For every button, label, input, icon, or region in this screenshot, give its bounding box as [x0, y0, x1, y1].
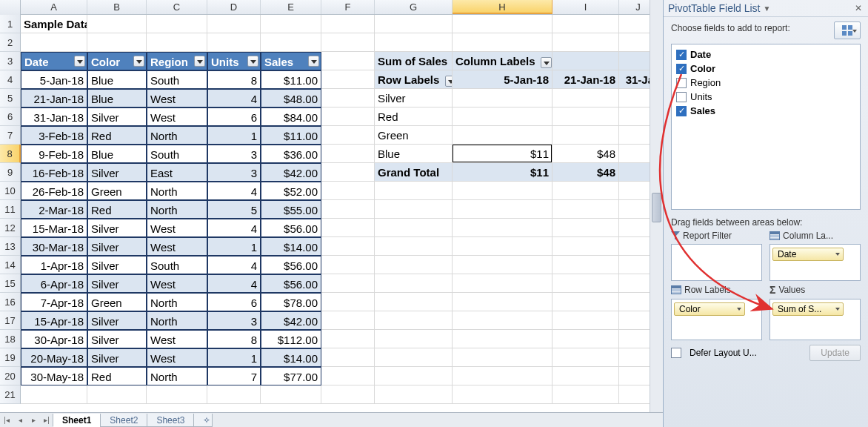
row-header-4[interactable]: 4	[0, 70, 21, 89]
active-cell[interactable]: $11	[453, 145, 552, 163]
pivot-value-cell[interactable]: $48	[552, 145, 619, 163]
data-cell[interactable]: Silver	[87, 107, 147, 126]
data-cell[interactable]: 4	[207, 219, 261, 237]
panel-close-button[interactable]: ✕	[853, 3, 864, 13]
data-cell[interactable]: $42.00	[261, 311, 321, 330]
data-cell[interactable]: $77.00	[261, 367, 321, 385]
field-item-units[interactable]: Units	[676, 90, 855, 104]
checkbox[interactable]: ✓	[676, 64, 687, 74]
table-header-region[interactable]: Region	[147, 52, 207, 70]
data-cell[interactable]: 15-Mar-18	[21, 219, 87, 237]
report-filter-area[interactable]	[671, 244, 762, 281]
filter-icon[interactable]	[541, 57, 552, 68]
row-header-5[interactable]: 5	[0, 89, 21, 107]
data-cell[interactable]: North	[147, 293, 207, 311]
column-header-I[interactable]: I	[552, 0, 619, 14]
data-cell[interactable]: 15-Apr-18	[21, 311, 87, 330]
data-cell[interactable]: 4	[207, 274, 261, 293]
new-sheet-button[interactable]: ✧	[193, 414, 213, 427]
data-cell[interactable]: 31-Jan-18	[21, 107, 87, 126]
data-cell[interactable]: $14.00	[261, 348, 321, 367]
data-cell[interactable]: $112.00	[261, 330, 321, 348]
data-cell[interactable]: 3-Feb-18	[21, 126, 87, 145]
data-cell[interactable]: West	[147, 237, 207, 256]
data-cell[interactable]: 30-Mar-18	[21, 237, 87, 256]
row-header-14[interactable]: 14	[0, 256, 21, 274]
data-cell[interactable]: West	[147, 89, 207, 107]
data-cell[interactable]: 4	[207, 182, 261, 200]
column-header-G[interactable]: G	[375, 0, 453, 14]
data-cell[interactable]: Silver	[87, 237, 147, 256]
data-cell[interactable]: West	[147, 274, 207, 293]
data-cell[interactable]: 4	[207, 256, 261, 274]
cell[interactable]: Blue	[87, 70, 147, 89]
chip-sum[interactable]: Sum of S...	[772, 302, 844, 316]
pivot-row-label[interactable]: Silver	[375, 89, 453, 107]
filter-icon[interactable]	[445, 76, 453, 87]
data-cell[interactable]: 6	[207, 293, 261, 311]
data-cell[interactable]: Red	[87, 200, 147, 219]
row-header-15[interactable]: 15	[0, 274, 21, 293]
sheet-tab-sheet2[interactable]: Sheet2	[100, 414, 147, 427]
vertical-scrollbar[interactable]	[650, 0, 663, 427]
data-cell[interactable]: $36.00	[261, 145, 321, 163]
update-button[interactable]: Update	[809, 345, 861, 361]
row-header-20[interactable]: 20	[0, 367, 21, 385]
table-header-date[interactable]: Date	[21, 52, 87, 70]
defer-checkbox[interactable]	[671, 348, 681, 358]
checkbox[interactable]	[676, 78, 687, 88]
data-cell[interactable]: $11.00	[261, 126, 321, 145]
row-header-11[interactable]: 11	[0, 200, 21, 219]
data-cell[interactable]: Silver	[87, 256, 147, 274]
data-cell[interactable]: Silver	[87, 348, 147, 367]
data-cell[interactable]: 4	[207, 89, 261, 107]
sheet-tab-sheet3[interactable]: Sheet3	[147, 414, 194, 427]
data-cell[interactable]: 1	[207, 348, 261, 367]
cell[interactable]: $11.00	[261, 70, 321, 89]
data-cell[interactable]: 1	[207, 237, 261, 256]
data-cell[interactable]: Green	[87, 182, 147, 200]
pivot-sum-label[interactable]: Sum of Sales	[375, 52, 453, 70]
pivot-row-label[interactable]: Red	[375, 107, 453, 126]
column-header-E[interactable]: E	[261, 0, 321, 14]
filter-icon[interactable]	[247, 56, 258, 67]
data-cell[interactable]: 8	[207, 330, 261, 348]
row-header-3[interactable]: 3	[0, 52, 21, 70]
cell[interactable]: 5-Jan-18	[21, 70, 87, 89]
data-cell[interactable]: Silver	[87, 163, 147, 182]
row-header-7[interactable]: 7	[0, 126, 21, 145]
field-item-region[interactable]: Region	[676, 76, 855, 90]
row-header-6[interactable]: 6	[0, 107, 21, 126]
data-cell[interactable]: North	[147, 126, 207, 145]
data-cell[interactable]: 1	[207, 126, 261, 145]
checkbox[interactable]	[676, 92, 687, 102]
data-cell[interactable]: 30-May-18	[21, 367, 87, 385]
spreadsheet-grid[interactable]: ABCDEFGHIJ 1Sample Data23DateColorRegion…	[0, 0, 663, 427]
data-cell[interactable]: North	[147, 367, 207, 385]
row-labels-area[interactable]: Color	[671, 299, 762, 340]
data-cell[interactable]: Red	[87, 126, 147, 145]
data-cell[interactable]: 3	[207, 163, 261, 182]
chip-color[interactable]: Color	[674, 302, 745, 316]
tab-nav-next[interactable]: ▸	[27, 414, 40, 427]
data-cell[interactable]: West	[147, 107, 207, 126]
panel-dropdown-icon[interactable]: ▼	[764, 4, 771, 13]
data-cell[interactable]: 30-Apr-18	[21, 330, 87, 348]
pivot-date-header[interactable]: 21-Jan-18	[552, 70, 619, 89]
data-cell[interactable]: Silver	[87, 330, 147, 348]
pivot-grand-total[interactable]: $48	[552, 163, 619, 182]
data-cell[interactable]: 9-Feb-18	[21, 145, 87, 163]
values-area[interactable]: Sum of S...	[769, 299, 861, 340]
filter-icon[interactable]	[194, 56, 205, 67]
column-header-A[interactable]: A	[21, 0, 87, 14]
pivot-date-header[interactable]: 5-Jan-18	[453, 70, 552, 89]
data-cell[interactable]: Blue	[87, 145, 147, 163]
data-cell[interactable]: 7-Apr-18	[21, 293, 87, 311]
table-header-color[interactable]: Color	[87, 52, 147, 70]
row-header-1[interactable]: 1	[0, 15, 21, 33]
row-header-2[interactable]: 2	[0, 33, 21, 52]
table-header-units[interactable]: Units	[207, 52, 261, 70]
column-labels-area[interactable]: Date	[769, 244, 861, 281]
table-header-sales[interactable]: Sales	[261, 52, 321, 70]
data-cell[interactable]: North	[147, 182, 207, 200]
